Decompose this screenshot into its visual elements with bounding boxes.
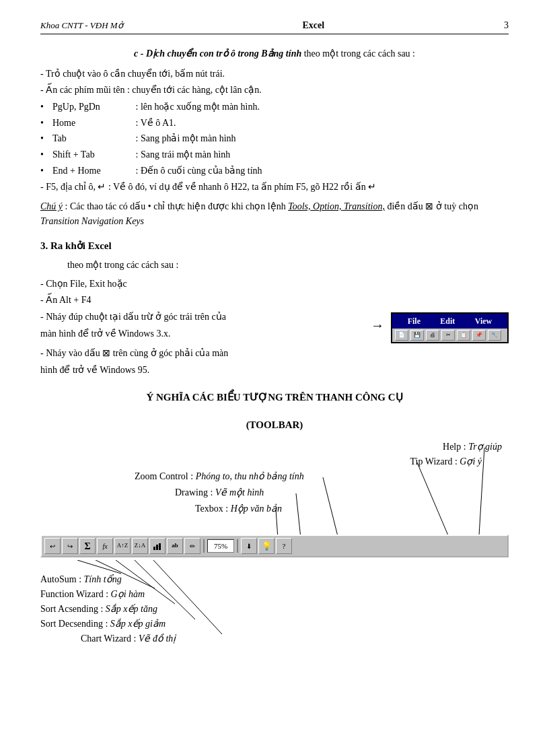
textbox-button[interactable]: ab [167, 538, 183, 554]
label-autosum: AutoSum : Tính tổng [40, 572, 122, 587]
bullet-label-home: Home [52, 116, 133, 131]
bullet-content-shift-tab: Shift + Tab : Sang trái một màn hình [52, 147, 509, 162]
header-center: Excel [302, 20, 324, 31]
zoom-value: 75% [214, 541, 227, 552]
drawing-button[interactable]: ✏ [184, 538, 200, 554]
page: Khoa CNTT - VĐH Mở Excel 3 c - Dịch chuy… [0, 0, 549, 756]
exit-item-3-line1: - Nháy đúp chuột tại dấu trừ ở góc trái … [40, 310, 364, 324]
note-option: Option, Transition, [311, 201, 385, 211]
label-tip-text: Tip Wizard : [410, 456, 460, 467]
header-left: Khoa CNTT - VĐH Mở [40, 20, 123, 31]
note-block: Chú ý : Các thao tác có dấu • chỉ thực h… [40, 199, 509, 228]
main-toolbar-bar: ↩ ↪ Σ fx A↑Z Z↓A [40, 535, 509, 557]
svg-rect-6 [156, 545, 158, 550]
svg-rect-5 [153, 547, 155, 550]
label-texbox-italic: Hộp văn bản [231, 504, 282, 514]
undo-button[interactable]: ↩ [44, 538, 61, 554]
label-sort-asc: Sort Acsending : Sắp xếp tăng [40, 602, 157, 617]
zoom-control[interactable]: 75% [207, 539, 234, 553]
sort-desc-button[interactable]: Z↓A [132, 538, 148, 554]
label-drawing-text: Drawing : [175, 487, 215, 497]
bullet-content-end-home: End + Home : Đến ô cuối cùng của bảng tí… [52, 164, 509, 178]
redo-button[interactable]: ↪ [62, 538, 78, 554]
bullet-label-end-home: End + Home [52, 164, 133, 178]
chart-icon [153, 541, 162, 551]
section3-title: 3. Ra khởi Excel [40, 238, 509, 254]
bullet-desc-shift-tab: : Sang trái một màn hình [136, 149, 231, 160]
win-toolbar: 📄 💾 🖨 ✂ 📋 📌 🔧 [392, 329, 507, 342]
win-menu-view: View [475, 315, 492, 328]
exit-item-3-line2: màn hình để trở về Windows 3.x. [40, 327, 364, 341]
bullet-pgup: • PgUp, PgDn : lên hoặc xuống một màn hì… [40, 100, 509, 114]
label-zoom-control: Zoom Control : Phóng to, thu nhỏ bảng tí… [135, 469, 304, 484]
win-btn-5: 📋 [457, 330, 470, 341]
label-sd-text: Sort Decsending : [40, 619, 110, 629]
section-c-title-rest: theo một trong các cách sau : [301, 48, 415, 59]
label-sd-italic: Sắp xếp giảm [110, 619, 166, 629]
note-text: : Các thao tác có dấu • chỉ thực hiện đư… [63, 201, 288, 211]
win-btn-2: 💾 [410, 330, 424, 341]
section3-subtitle: theo một trong các cách sau : [40, 258, 509, 273]
label-help-text: Help : [443, 442, 468, 452]
toolbar-bottom-labels: AutoSum : Tính tổng Function Wizard : Gọ… [40, 560, 509, 664]
label-texbox: Texbox : Hộp văn bản [195, 502, 282, 516]
bullet-sym-pgup: • [40, 100, 52, 114]
toolbar-separator [203, 539, 205, 553]
toolbar-diagram: Help : Trợ giúp Tip Wizard : Gợi ý Zoom … [40, 440, 509, 664]
bullet-home: • Home : Về ô A1. [40, 116, 509, 131]
function-wizard-button[interactable]: fx [97, 538, 113, 554]
label-fw-text: Function Wizard : [40, 589, 111, 599]
win-btn-3: 🖨 [426, 330, 439, 341]
label-fw-italic: Gọi hàm [111, 589, 145, 599]
autosum-button[interactable]: Σ [79, 538, 96, 554]
label-autosum-text: AutoSum : [40, 574, 84, 584]
label-tip-italic: Gợi ý [460, 456, 482, 467]
exit-item-4-line2: hình để trở về Windows 95. [40, 363, 509, 378]
label-sa-text: Sort Acsending : [40, 604, 106, 614]
label-help-italic: Trợ giúp [468, 442, 502, 452]
arrow-to-win: → [371, 310, 384, 336]
label-texbox-text: Texbox : [195, 504, 231, 514]
bullet-desc-end-home: : Đến ô cuối cùng của bảng tính [136, 166, 262, 176]
exit-item-3-text: - Nháy đúp chuột tại dấu trừ ở góc trái … [40, 310, 364, 343]
win-title-bar: File Edit View [392, 314, 507, 329]
bullet-content-home: Home : Về ô A1. [52, 116, 509, 131]
label-cw-text: Chart Wizard : [81, 633, 139, 644]
toolbar-separator-2 [237, 539, 238, 553]
exit-item-2: - Ấn Alt + F4 [40, 293, 509, 308]
win3x-screenshot: File Edit View 📄 💾 🖨 ✂ 📋 📌 🔧 [391, 312, 509, 344]
bullet-sym-tab: • [40, 131, 52, 146]
install-button[interactable]: ⬇ [241, 538, 257, 554]
arrow-right-icon: → [371, 315, 384, 336]
section-c-title: c - Dịch chuyển con trỏ ô trong Bảng tín… [40, 46, 509, 61]
chart-wizard-button[interactable] [149, 538, 166, 554]
section-c-title-bold: c - Dịch chuyển con trỏ ô trong Bảng tín… [134, 48, 301, 59]
label-help: Help : Trợ giúp [443, 440, 502, 454]
bullet-desc-pgup: : lên hoặc xuống một màn hình. [136, 102, 260, 112]
note-text2: điền dấu ⊠ ở tuỳ chọn [385, 201, 478, 211]
content: c - Dịch chuyển con trỏ ô trong Bảng tín… [40, 46, 509, 664]
svg-line-8 [77, 560, 121, 574]
bullet-label-tab: Tab [52, 131, 133, 146]
exit-item-4-line1: - Nháy vào dấu ⊠ trên cùng ở góc phải củ… [40, 346, 509, 361]
label-function-wizard: Function Wizard : Gọi hàm [40, 587, 145, 602]
label-sa-italic: Sắp xếp tăng [106, 604, 157, 614]
sort-asc-button[interactable]: A↑Z [114, 538, 131, 554]
help-button[interactable]: ? [276, 538, 292, 554]
tip-button[interactable]: 💡 [258, 538, 274, 554]
win-btn-1: 📄 [395, 330, 408, 341]
toolbar-section-title-1: Ý NGHĨA CÁC BIỂU TƯỢNG TRÊN THANH CÔNG C… [40, 390, 509, 405]
bullet-label-shift-tab: Shift + Tab [52, 147, 133, 162]
win-menu-edit: Edit [440, 315, 455, 328]
note-label: Chú ý [40, 201, 63, 211]
label-chart-wizard: Chart Wizard : Vẽ đồ thị [81, 631, 176, 646]
exit-item-3-row: - Nháy đúp chuột tại dấu trừ ở góc trái … [40, 310, 509, 344]
bullet-tab: • Tab : Sang phải một màn hình [40, 131, 509, 146]
toolbar-section-title-2: (TOOLBAR) [40, 417, 509, 433]
label-cw-italic: Vẽ đồ thị [139, 633, 176, 644]
exit-item-1: - Chọn File, Exit hoặc [40, 277, 509, 291]
bullet-desc-home: : Về ô A1. [136, 118, 176, 128]
bullet-shift-tab: • Shift + Tab : Sang trái một màn hình [40, 147, 509, 162]
label-zoom-italic: Phóng to, thu nhỏ bảng tính [196, 471, 304, 481]
toolbar-top-labels: Help : Trợ giúp Tip Wizard : Gợi ý Zoom … [40, 440, 509, 557]
